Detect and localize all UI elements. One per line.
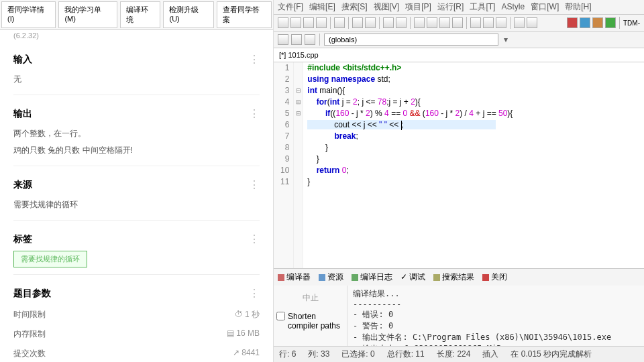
code-editor[interactable]: 1234567891011 ⊟⊟⊟ #include <bits/stdc++.… <box>274 62 644 268</box>
menu-search[interactable]: 搜索[S] <box>341 2 368 11</box>
goto2-icon[interactable] <box>527 17 537 28</box>
section-tags: 标签⋮ 需要找规律的循环 <box>13 227 260 275</box>
chevron-down-icon[interactable]: ▾ <box>501 35 511 44</box>
param-submit: 提交次数↗ 8441 <box>13 344 260 362</box>
print-icon[interactable] <box>334 17 345 28</box>
tag-chip[interactable]: 需要找规律的循环 <box>13 251 87 267</box>
back-icon[interactable] <box>278 34 288 45</box>
profile-icon[interactable] <box>496 17 506 28</box>
new-icon[interactable] <box>278 17 288 28</box>
bt-debug[interactable]: ✓ 调试 <box>400 272 425 283</box>
output-title: 输出 <box>13 108 32 120</box>
status-row: 行: 6 <box>279 349 296 360</box>
problem-panel: 看同学详情(I) 我的学习单(M) 编译环境 检测升级(U) 查看同学答案 (6… <box>0 0 274 362</box>
bt-search-results[interactable]: 搜索结果 <box>433 272 474 283</box>
status-len: 长度: 224 <box>437 349 471 360</box>
menu-tools[interactable]: 工具[T] <box>470 2 495 11</box>
params-title: 题目参数 <box>13 288 51 300</box>
menu-astyle[interactable]: AStyle <box>501 2 525 11</box>
ide-panel: 文件[F] 编辑[E] 搜索[S] 视图[V] 项目[P] 运行[R] 工具[T… <box>274 0 644 362</box>
compile-output: 编译结果... ---------- - 错误: 0 - 警告: 0 - 输出文… <box>347 286 644 346</box>
compiler-label: TDM- <box>623 19 640 27</box>
left-tab-bar: 看同学详情(I) 我的学习单(M) 编译环境 检测升级(U) 查看同学答案 <box>0 0 273 30</box>
redo-icon[interactable] <box>365 17 376 28</box>
more-icon[interactable]: ⋮ <box>249 287 260 300</box>
status-total: 总行数: 11 <box>387 349 425 360</box>
save-icon[interactable] <box>303 17 314 28</box>
stop-icon[interactable] <box>483 17 494 28</box>
section-output: 输出⋮ 两个整数，在一行。 鸡的只数 兔的只数 中间空格隔开! <box>13 102 260 166</box>
goto-icon[interactable] <box>514 17 525 28</box>
tab-detail[interactable]: 看同学详情(I) <box>1 1 56 28</box>
more-icon[interactable]: ⋮ <box>249 233 260 245</box>
param-time: 时间限制⏱ 1 秒 <box>13 305 260 324</box>
line-gutter: 1234567891011 <box>274 62 294 268</box>
input-body: 无 <box>13 71 260 88</box>
list-icon[interactable] <box>305 34 315 45</box>
scope-combo[interactable]: (globals) <box>324 34 498 46</box>
bt-resources[interactable]: 资源 <box>319 272 343 283</box>
find-icon[interactable] <box>383 17 394 28</box>
t4-icon[interactable] <box>605 17 616 28</box>
menu-view[interactable]: 视图[V] <box>374 2 400 11</box>
param-mem: 内存限制▤ 16 MB <box>13 324 260 344</box>
secondary-toolbar: (globals) ▾ <box>274 32 644 48</box>
menu-run[interactable]: 运行[R] <box>437 2 464 11</box>
compile-icon[interactable] <box>414 17 425 28</box>
menu-bar: 文件[F] 编辑[E] 搜索[S] 视图[V] 项目[P] 运行[R] 工具[T… <box>274 0 644 15</box>
compile-panel: 中止 Shorten compiler paths 编译结果... ------… <box>274 286 644 346</box>
source-text[interactable]: #include <bits/stdc++.h> using namespace… <box>303 62 517 268</box>
menu-help[interactable]: 帮助[H] <box>565 2 591 11</box>
tab-update[interactable]: 检测升级(U) <box>163 1 214 28</box>
version-text: (6.2.32) <box>0 30 273 41</box>
saveall-icon[interactable] <box>316 17 327 28</box>
undo-icon[interactable] <box>352 17 363 28</box>
status-sel: 已选择: 0 <box>341 349 374 360</box>
status-bar: 行: 6 列: 33 已选择: 0 总行数: 11 长度: 224 插入 在 0… <box>274 346 644 362</box>
rebuild-icon[interactable] <box>452 17 463 28</box>
bt-close[interactable]: 关闭 <box>482 272 507 283</box>
menu-file[interactable]: 文件[F] <box>278 2 303 11</box>
menu-window[interactable]: 窗口[W] <box>531 2 559 11</box>
output-body2: 鸡的只数 兔的只数 中间空格隔开! <box>13 142 260 159</box>
input-title: 输入 <box>13 54 32 66</box>
replace-icon[interactable] <box>396 17 407 28</box>
compile-controls: 中止 Shorten compiler paths <box>274 286 347 346</box>
section-input: 输入⋮ 无 <box>13 48 260 95</box>
more-icon[interactable]: ⋮ <box>249 178 260 191</box>
more-icon[interactable]: ⋮ <box>249 53 260 66</box>
t1-icon[interactable] <box>567 17 578 28</box>
run-icon[interactable] <box>427 17 437 28</box>
section-params: 题目参数⋮ 时间限制⏱ 1 秒 内存限制▤ 16 MB 提交次数↗ 8441 <box>13 282 260 362</box>
status-col: 列: 33 <box>308 349 329 360</box>
menu-edit[interactable]: 编辑[E] <box>309 2 335 11</box>
more-icon[interactable]: ⋮ <box>249 107 260 120</box>
tab-study[interactable]: 我的学习单(M) <box>58 1 117 28</box>
section-source: 来源⋮ 需要找规律的循环 <box>13 173 260 221</box>
tab-env[interactable]: 编译环境 <box>120 1 161 28</box>
bt-compile-log[interactable]: 编译日志 <box>352 272 392 283</box>
status-done: 在 0.015 秒内完成解析 <box>511 349 592 360</box>
tab-answers[interactable]: 查看同学答案 <box>217 1 272 28</box>
status-mode: 插入 <box>482 349 498 360</box>
source-body: 需要找规律的循环 <box>13 196 260 213</box>
compile-run-icon[interactable] <box>439 17 450 28</box>
file-tab[interactable]: [*] 1015.cpp <box>274 48 644 62</box>
output-body1: 两个整数，在一行。 <box>13 125 260 142</box>
shorten-paths-checkbox[interactable]: Shorten compiler paths <box>276 312 344 330</box>
main-toolbar: TDM- <box>274 15 644 32</box>
bookmark-icon[interactable] <box>291 34 302 45</box>
t3-icon[interactable] <box>592 17 603 28</box>
bottom-tab-bar: 编译器 资源 编译日志 ✓ 调试 搜索结果 关闭 <box>274 268 644 286</box>
fold-gutter[interactable]: ⊟⊟⊟ <box>294 62 303 268</box>
tags-title: 标签 <box>13 233 32 245</box>
debug-icon[interactable] <box>470 17 481 28</box>
bt-compiler[interactable]: 编译器 <box>278 272 311 283</box>
open-icon[interactable] <box>290 17 301 28</box>
menu-project[interactable]: 项目[P] <box>405 2 431 11</box>
abort-button[interactable]: 中止 <box>276 290 344 306</box>
source-title: 来源 <box>13 179 32 191</box>
t2-icon[interactable] <box>580 17 590 28</box>
